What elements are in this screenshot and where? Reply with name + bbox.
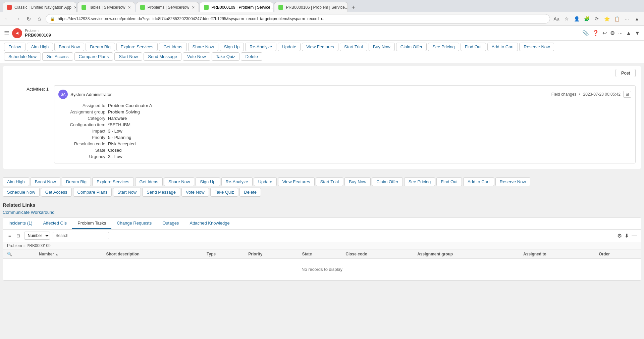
top-btn-share-now[interactable]: Share Now [188,43,218,51]
post-button[interactable]: Post [615,69,636,77]
attachment-icon[interactable]: 📎 [582,30,589,36]
bottom-btn-view-features[interactable]: View Features [278,177,315,186]
top-btn-get-ideas[interactable]: Get Ideas [159,43,186,51]
top-btn-start-trial[interactable]: Start Trial [340,43,367,51]
collapse-table-icon[interactable]: — [632,233,637,239]
tab-prb106[interactable]: PRB0000106 | Problem | Service... × [274,2,348,12]
bookmark-button[interactable]: ☆ [562,14,571,23]
collections-button[interactable]: 📋 [612,14,621,23]
settings-icon[interactable]: ⚙ [610,30,615,36]
top-btn-boost-now[interactable]: Boost Now [54,43,84,51]
bottom-btn-see-pricing[interactable]: See Pricing [404,177,435,186]
top-btn-vote-now[interactable]: Vote Now [183,52,210,61]
tab-problem-tasks[interactable]: Problem Tasks [72,218,111,229]
tab-classic[interactable]: Classic | Unified Navigation App × [3,2,76,12]
bottom-btn2-start-now[interactable]: Start Now [113,188,141,197]
tab-change-requests[interactable]: Change Requests [111,218,157,229]
tab-close-tables[interactable]: × [128,5,131,10]
download-icon[interactable]: ⬇ [625,233,629,239]
col-header-Number[interactable]: Number ▲ [35,250,102,259]
bottom-btn2-delete[interactable]: Delete [239,188,261,197]
bottom-btn-reserve-now[interactable]: Reserve Now [495,177,530,186]
forward-button[interactable]: → [13,14,22,23]
extensions-button[interactable]: 🧩 [582,14,591,23]
tab-outages[interactable]: Outages [157,218,184,229]
gear-icon[interactable]: ⚙ [617,233,622,239]
table-filter-icon[interactable]: ⊟ [15,233,21,239]
top-btn-send-message[interactable]: Send Message [144,52,181,61]
top-btn-schedule-now[interactable]: Schedule Now [4,52,41,61]
minimize-button[interactable]: ▲ [633,14,641,23]
top-btn-sign-up[interactable]: Sign Up [220,43,244,51]
collapse-icon[interactable]: ▲ [626,30,631,36]
top-btn-buy-now[interactable]: Buy Now [369,43,395,51]
bottom-btn-claim-offer[interactable]: Claim Offer [372,177,403,186]
new-tab-button[interactable]: + [348,3,358,12]
bottom-btn-buy-now[interactable]: Buy Now [344,177,371,186]
address-bar[interactable]: 🔒 https://dev142938.service-now.com/prob… [46,14,550,23]
top-btn-re-analyze[interactable]: Re-Analyze [245,43,276,51]
top-btn-aim-high[interactable]: Aim High [27,43,53,51]
top-btn-start-now[interactable]: Start Now [114,52,142,61]
tab-attached-knowledge[interactable]: Attached Knowledge [184,218,235,229]
top-btn-get-access[interactable]: Get Access [42,52,73,61]
top-btn-reserve-now[interactable]: Reserve Now [519,43,554,51]
bottom-btn2-send-message[interactable]: Send Message [142,188,180,197]
bottom-btn-dream-big[interactable]: Dream Big [62,177,91,186]
table-search-select[interactable]: Number [24,232,50,240]
col-header-Close code[interactable]: Close code [341,250,413,259]
top-btn-take-quiz[interactable]: Take Quiz [212,52,240,61]
bottom-btn-add-to-cart[interactable]: Add to Cart [463,177,494,186]
top-btn-explore-services[interactable]: Explore Services [116,43,158,51]
history-button[interactable]: ⟳ [592,14,601,23]
bottom-btn-aim-high[interactable]: Aim High [3,177,29,186]
tab-incidents--1-[interactable]: Incidents (1) [3,218,38,229]
bottom-btn2-vote-now[interactable]: Vote Now [181,188,209,197]
tab-tables[interactable]: Tables | ServiceNow × [77,2,135,12]
bottom-btn2-take-quiz[interactable]: Take Quiz [210,188,238,197]
bottom-btn-share-now[interactable]: Share Now [164,177,194,186]
profile-button[interactable]: 👤 [572,14,581,23]
bottom-btn2-schedule-now[interactable]: Schedule Now [3,188,40,197]
bottom-btn2-get-access[interactable]: Get Access [41,188,72,197]
bottom-btn-explore-services[interactable]: Explore Services [92,177,134,186]
col-header-Type[interactable]: Type [203,250,244,259]
bottom-btn-start-trial[interactable]: Start Trial [316,177,343,186]
bottom-btn-find-out[interactable]: Find Out [436,177,462,186]
tab-close-classic[interactable]: × [74,5,76,10]
top-btn-add-to-cart[interactable]: Add to Cart [487,43,518,51]
col-header-Assignment group[interactable]: Assignment group [413,250,519,259]
reader-view-button[interactable]: Aa [552,14,561,23]
bottom-btn2-compare-plans[interactable]: Compare Plans [73,188,112,197]
top-btn-find-out[interactable]: Find Out [461,43,486,51]
tab-affected-cis[interactable]: Affected CIs [38,218,72,229]
col-header-Short description[interactable]: Short description [102,250,203,259]
expand-icon[interactable]: ▼ [635,30,640,36]
top-btn-delete[interactable]: Delete [241,52,262,61]
top-btn-see-pricing[interactable]: See Pricing [428,43,459,51]
return-icon[interactable]: ↩ [602,30,607,36]
col-header-Assigned to[interactable]: Assigned to [519,250,595,259]
home-button[interactable]: ⌂ [35,14,44,23]
top-btn-dream-big[interactable]: Dream Big [86,43,115,51]
reload-button[interactable]: ↻ [24,14,33,23]
bottom-btn-get-ideas[interactable]: Get Ideas [135,177,163,186]
activity-filter-icon[interactable]: ⊟ [623,91,631,98]
bottom-btn-update[interactable]: Update [254,177,277,186]
tab-close-problems[interactable]: × [192,5,195,10]
back-button[interactable]: ← [3,14,11,23]
col-header-Priority[interactable]: Priority [244,250,298,259]
top-btn-claim-offer[interactable]: Claim Offer [396,43,427,51]
bottom-btn-sign-up[interactable]: Sign Up [196,177,220,186]
table-search-input[interactable] [53,232,109,239]
more-options-icon[interactable]: ··· [618,30,623,36]
related-link-communicate-workaround[interactable]: Communicate Workaround [3,210,54,215]
favorites-button[interactable]: ⭐ [602,14,611,23]
hamburger-menu[interactable]: ☰ [4,30,9,37]
bottom-btn-boost-now[interactable]: Boost Now [31,177,60,186]
more-button[interactable]: ··· [623,14,631,23]
tab-problems[interactable]: Problems | ServiceNow × [136,2,199,12]
table-menu-icon[interactable]: ≡ [7,233,12,239]
top-btn-compare-plans[interactable]: Compare Plans [74,52,113,61]
col-header-Order[interactable]: Order [595,250,641,259]
